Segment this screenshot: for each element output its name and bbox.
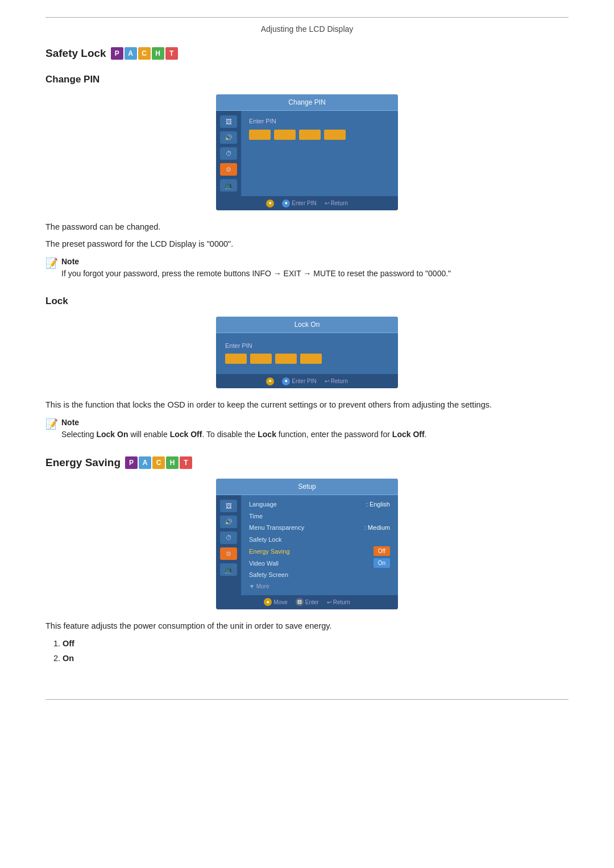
setup-footer-return: ↩ Return	[327, 598, 350, 607]
setup-footer-return-label: Return	[333, 598, 350, 607]
lock-pin-box-3	[275, 354, 297, 364]
setup-row-safety-lock: Safety Lock	[249, 534, 390, 546]
setup-dialog: Setup 🖼 🔊 ⏱ ⚙ 📺 Language : English	[216, 479, 398, 609]
pin-box-3	[299, 130, 321, 140]
page-header: Adjusting the LCD Display	[45, 17, 569, 35]
footer-btn-yellow: ●	[266, 200, 274, 207]
setup-sidebar-icon-3: ⏱	[220, 531, 237, 544]
es-badge-h: H	[166, 456, 179, 469]
setup-sidebar: 🖼 🔊 ⏱ ⚙ 📺	[216, 495, 241, 595]
yellow-btn-circle: ●	[266, 200, 274, 207]
subsection-change-pin: Change PIN Change PIN 🖼 🔊 ⏱ ⚙ 📺	[45, 72, 569, 281]
energy-saving-list: Off On	[63, 638, 569, 665]
section-safety-lock: Safety Lock P A C H T Change PIN Change …	[45, 45, 569, 280]
setup-row-video-wall: Video Wall On	[249, 557, 390, 569]
setup-yellow-btn: ●	[264, 598, 272, 606]
footer-btn-return: ↩ Return	[325, 199, 348, 207]
section-energy-saving: Energy Saving P A C H T Setup 🖼 🔊 ⏱ ⚙	[45, 455, 569, 665]
change-pin-note-label: Note	[61, 257, 79, 266]
es-badge-t: T	[180, 456, 192, 469]
setup-row-more: ▼ More	[249, 581, 390, 592]
sidebar-icon-1: 🖼	[220, 115, 237, 128]
lock-footer-btn-yellow: ●	[266, 377, 274, 385]
footer-enter-pin-label: Enter PIN	[292, 199, 316, 207]
energy-saving-label: Energy Saving	[45, 455, 121, 471]
sidebar-icon-3: ⏱	[220, 147, 237, 160]
setup-row-time: Time	[249, 510, 390, 522]
lock-pin-row	[225, 354, 389, 364]
header-text: Adjusting the LCD Display	[261, 24, 354, 34]
lock-footer-enter-label: Enter PIN	[292, 377, 316, 385]
setup-row-menu-transparency: Menu Transparency : Medium	[249, 522, 390, 534]
lock-footer-btn-return: ↩ Return	[325, 377, 348, 385]
setup-safety-screen-label: Safety Screen	[249, 570, 288, 580]
setup-language-val: : English	[366, 500, 390, 509]
lock-footer: ● ● Enter PIN ↩ Return	[216, 374, 398, 388]
footer-return-label: Return	[331, 199, 348, 207]
change-pin-note: 📝 Note If you forgot your password, pres…	[45, 255, 569, 280]
lock-note-body: Selecting Lock On will enable Lock Off. …	[61, 429, 427, 441]
lock-note-content: Note Selecting Lock On will enable Lock …	[61, 416, 427, 441]
setup-safety-lock-label: Safety Lock	[249, 535, 281, 545]
es-badge-p: P	[125, 456, 138, 469]
lock-dialog-wrapper: Lock On Enter PIN ● ●	[45, 317, 569, 389]
sidebar-icon-5: 📺	[220, 179, 237, 192]
lock-note-label: Note	[61, 418, 79, 427]
setup-footer-move-label: Move	[273, 598, 287, 607]
pin-box-4	[324, 130, 346, 140]
change-pin-dialog-title: Change PIN	[216, 94, 398, 111]
safety-lock-label: Safety Lock	[45, 45, 106, 62]
lock-footer-return-label: Return	[331, 377, 348, 385]
es-badge-c: C	[152, 456, 165, 469]
change-pin-title: Change PIN	[45, 72, 569, 87]
lock-blue-btn: ●	[282, 377, 290, 385]
bottom-rule	[45, 699, 569, 700]
badge-c: C	[138, 47, 151, 60]
lock-pin-box-2	[250, 354, 272, 364]
change-pin-note-body: If you forgot your password, press the r…	[61, 268, 451, 280]
lock-pin-box-1	[225, 354, 247, 364]
lock-title: Lock	[45, 294, 569, 309]
lock-dialog: Lock On Enter PIN ● ●	[216, 317, 398, 389]
return-icon: ↩	[325, 199, 329, 207]
setup-main: Language : English Time Menu Transparenc…	[241, 495, 398, 595]
setup-row-language: Language : English	[249, 499, 390, 510]
setup-footer-enter: ⊟ Enter	[296, 598, 319, 607]
lock-pin-box-4	[300, 354, 322, 364]
change-pin-dialog: Change PIN 🖼 🔊 ⏱ ⚙ 📺 Enter PIN	[216, 94, 398, 210]
setup-row-safety-screen: Safety Screen	[249, 569, 390, 581]
lock-note: 📝 Note Selecting Lock On will enable Loc…	[45, 416, 569, 441]
change-pin-preset: The preset password for the LCD Display …	[45, 238, 569, 250]
lock-enter-pin-label: Enter PIN	[225, 341, 389, 351]
setup-time-label: Time	[249, 512, 263, 521]
safety-lock-badges: P A C H T	[111, 47, 178, 60]
note-icon-2: 📝	[45, 417, 58, 432]
energy-saving-badges: P A C H T	[125, 456, 192, 469]
setup-row-energy-saving: Energy Saving Off	[249, 545, 390, 557]
setup-sidebar-icon-1: 🖼	[220, 500, 237, 512]
badge-p: P	[111, 47, 123, 60]
setup-dialog-wrapper: Setup 🖼 🔊 ⏱ ⚙ 📺 Language : English	[45, 479, 569, 609]
change-pin-dialog-body: 🖼 🔊 ⏱ ⚙ 📺 Enter PIN	[216, 111, 398, 196]
badge-a: A	[125, 47, 137, 60]
setup-sidebar-icon-4-active: ⚙	[220, 547, 237, 560]
lock-footer-btn-blue: ● Enter PIN	[282, 377, 316, 385]
pin-box-2	[274, 130, 296, 140]
setup-gray-btn: ⊟	[296, 598, 304, 606]
setup-more-label: ▼ More	[249, 582, 269, 591]
lock-yellow-btn: ●	[266, 377, 274, 385]
setup-energy-saving-label: Energy Saving	[249, 547, 290, 556]
section-lock: Lock Lock On Enter PIN ●	[45, 294, 569, 441]
change-pin-note-content: Note If you forgot your password, press …	[61, 255, 451, 280]
sidebar-icon-4-active: ⚙	[220, 163, 237, 176]
lock-desc: This is the function that locks the OSD …	[45, 398, 569, 411]
change-pin-enter-pin-label: Enter PIN	[249, 117, 390, 126]
setup-dialog-body: 🖼 🔊 ⏱ ⚙ 📺 Language : English Time	[216, 495, 398, 595]
change-pin-pin-row	[249, 130, 390, 140]
energy-saving-on-label: On	[63, 654, 74, 663]
change-pin-sidebar: 🖼 🔊 ⏱ ⚙ 📺	[216, 111, 241, 196]
page: Adjusting the LCD Display Safety Lock P …	[0, 0, 614, 734]
change-pin-dialog-wrapper: Change PIN 🖼 🔊 ⏱ ⚙ 📺 Enter PIN	[45, 94, 569, 210]
footer-btn-blue: ● Enter PIN	[282, 199, 316, 207]
change-pin-footer: ● ● Enter PIN ↩ Return	[216, 196, 398, 210]
